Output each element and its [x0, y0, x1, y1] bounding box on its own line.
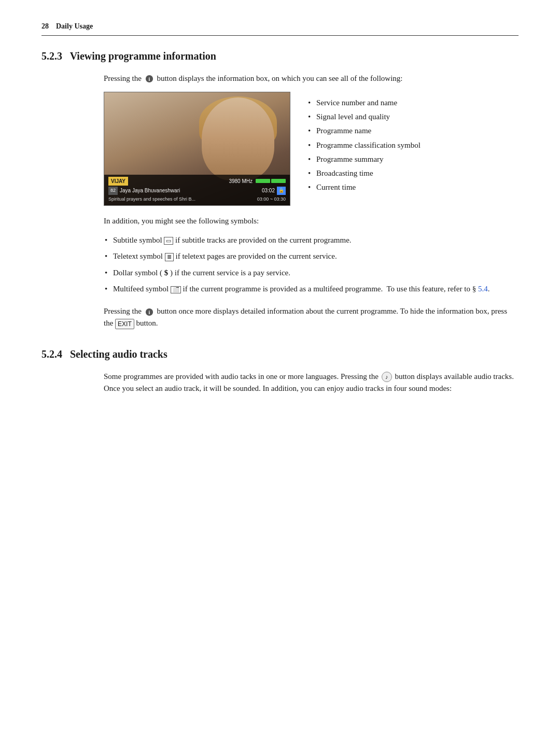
list-item-programme-name: Programme name: [307, 125, 421, 137]
list-item-classification: Programme classification symbol: [307, 139, 421, 151]
channel-label: VIJAY: [108, 177, 128, 186]
audio-button-icon: ♪: [382, 372, 392, 382]
screenshot-overlay: VIJAY 3980 MHz 82 Jaya Jaya Bhuva: [104, 175, 290, 205]
multifeed-symbol-icon: ⬜̅: [171, 286, 181, 293]
multifeed-label: Multifeed symbol: [113, 285, 171, 293]
time-range: 03:00 ~ 03:30: [257, 196, 286, 203]
section-523-content: Pressing the i button displays the infor…: [41, 73, 519, 330]
programme-summary: Spiritual prayers and speeches of Shri B…: [108, 196, 257, 203]
dollar-symbol-icon: $: [164, 269, 169, 277]
symbols-list: Subtitle symbol ▭ if subtitle tracks are…: [104, 234, 519, 295]
list-item-summary: Programme summary: [307, 153, 421, 165]
screenshot-box: VIJAY 3980 MHz 82 Jaya Jaya Bhuva: [104, 92, 290, 206]
info-button-icon: i: [145, 74, 154, 83]
teletext-symbol-icon: ≣: [165, 253, 174, 261]
signal-bar-quality: [271, 179, 286, 183]
overlay-row1: VIJAY 3980 MHz: [108, 177, 286, 186]
section-524: 5.2.4 Selecting audio tracks Some progra…: [41, 346, 519, 395]
dollar-label: Dollar symbol (: [113, 269, 162, 277]
svg-text:i: i: [148, 76, 150, 82]
info-button-icon-2: i: [145, 307, 154, 317]
channel-number: 82: [108, 187, 118, 195]
info-list: Service number and name Signal level and…: [307, 97, 421, 194]
lock-icon: 🔒: [277, 187, 286, 195]
subtitle-symbol-icon: ▭: [164, 237, 173, 245]
overlay-row3: Spiritual prayers and speeches of Shri B…: [108, 196, 286, 203]
list-item-service: Service number and name: [307, 97, 421, 109]
teletext-symbol-item: Teletext symbol ≣ if teletext pages are …: [104, 250, 519, 262]
section-524-para: Some programmes are provided with audio …: [104, 371, 519, 395]
subtitle-label: Subtitle symbol: [113, 236, 164, 244]
signal-bars: [256, 179, 286, 183]
teletext-label: Teletext symbol: [113, 252, 165, 260]
overlay-row2: 82 Jaya Jaya Bhuvaneshwari 03:02 🔒: [108, 187, 286, 195]
chapter-title: Daily Usage: [56, 22, 93, 30]
freq-label: 3980 MHz: [229, 177, 253, 186]
dollar-symbol-item: Dollar symbol ( $ ) if the current servi…: [104, 267, 519, 279]
subtitle-desc: if subtitle tracks are provided on the c…: [175, 236, 351, 244]
list-item-broadcasting-time: Broadcasting time: [307, 167, 421, 179]
current-time: 03:02: [262, 187, 275, 195]
dollar-desc: ) if the current service is a pay servic…: [170, 269, 290, 277]
section-524-heading: 5.2.4 Selecting audio tracks: [41, 346, 519, 362]
page-header: 28 Daily Usage: [41, 21, 519, 36]
multifeed-desc: if the current programme is pro­vided as…: [183, 285, 490, 293]
page-number: 28: [41, 22, 49, 30]
additional-symbols: Subtitle symbol ▭ if subtitle tracks are…: [104, 234, 519, 295]
multifeed-link[interactable]: 5.4: [478, 285, 488, 293]
teletext-desc: if teletext pages are provided on the cu…: [176, 252, 337, 260]
section-524-content: Some programmes are provided with audio …: [41, 371, 519, 395]
page-number-chapter: 28 Daily Usage: [41, 21, 93, 32]
info-list-col: Service number and name Signal level and…: [307, 92, 421, 196]
screenshot-head: [202, 97, 274, 180]
closing-paragraph: Pressing the i button once more displays…: [104, 305, 519, 330]
exit-button-label: EXIT: [115, 319, 134, 330]
svg-text:i: i: [148, 309, 150, 315]
intro-paragraph: Pressing the i button displays the infor…: [104, 73, 519, 85]
subtitle-symbol-item: Subtitle symbol ▭ if subtitle tracks are…: [104, 234, 519, 246]
list-item-signal: Signal level and quality: [307, 111, 421, 123]
list-item-current-time: Current time: [307, 181, 421, 193]
section-523-heading: 5.2.3 Viewing programme information: [41, 48, 519, 64]
additional-symbols-intro: In addition, you might see the following…: [104, 215, 519, 227]
signal-bar-level: [256, 179, 270, 183]
section-523: 5.2.3 Viewing programme information Pres…: [41, 48, 519, 330]
channel-name: Jaya Jaya Bhuvaneshwari: [120, 187, 180, 195]
multifeed-symbol-item: Multifeed symbol ⬜̅ if the current progr…: [104, 283, 519, 295]
info-block: VIJAY 3980 MHz 82 Jaya Jaya Bhuva: [104, 92, 519, 206]
